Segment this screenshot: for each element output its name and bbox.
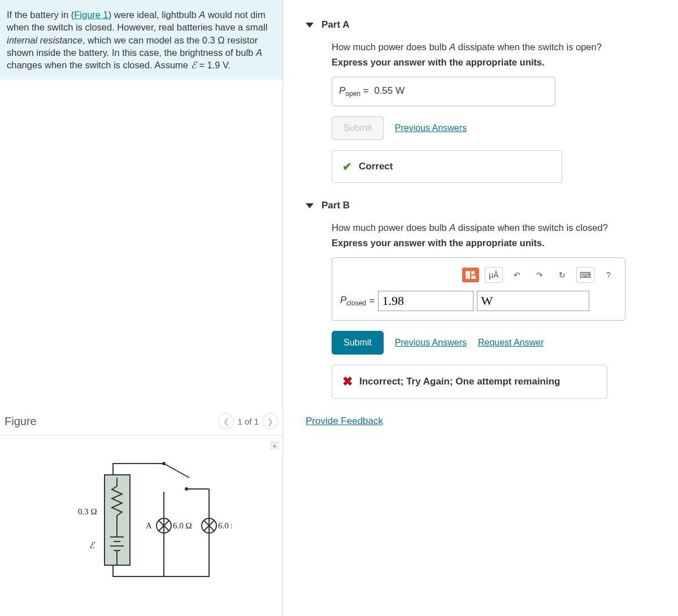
figure-page-indicator: 1 of 1 (237, 417, 259, 426)
part-b-question: How much power does bulb A dissipate whe… (332, 222, 661, 233)
part-b-submit-button[interactable]: Submit (332, 331, 384, 355)
part-a-previous-answers-link[interactable]: Previous Answers (395, 123, 467, 133)
part-b-value-input[interactable] (378, 291, 473, 311)
part-b-instruction: Express your answer with the appropriate… (332, 238, 661, 248)
check-icon: ✔ (342, 160, 352, 173)
chevron-left-icon: ❮ (223, 417, 229, 426)
part-a-status: ✔ Correct (332, 150, 562, 183)
part-a-answer-display: Popen = 0.55 W (332, 77, 555, 106)
part-a-title: Part A (321, 19, 349, 30)
part-a-header[interactable]: Part A (306, 19, 661, 30)
figure-next-button[interactable]: ❯ (262, 413, 278, 429)
problem-statement: If the battery in (Figure 1) were ideal,… (0, 0, 282, 80)
part-a-question: How much power does bulb A dissipate whe… (332, 42, 661, 53)
reset-icon[interactable]: ↻ (554, 268, 571, 282)
svg-text:0.3 Ω: 0.3 Ω (78, 507, 97, 516)
svg-text:A: A (146, 521, 152, 530)
keyboard-icon[interactable]: ⌨ (576, 267, 594, 283)
svg-rect-28 (471, 276, 476, 279)
help-button[interactable]: ? (600, 268, 617, 282)
part-b-variable-label: Pclosed (340, 295, 366, 307)
caret-down-icon (306, 23, 314, 28)
scroll-up-icon[interactable]: ▲ (270, 441, 279, 450)
provide-feedback-link[interactable]: Provide Feedback (306, 416, 661, 427)
part-b-title: Part B (321, 200, 350, 211)
units-button[interactable]: μÅ (485, 267, 503, 283)
part-b-status: ✖ Incorrect; Try Again; One attempt rema… (332, 365, 607, 399)
undo-icon[interactable]: ↶ (508, 268, 525, 282)
svg-text:6.0 Ω: 6.0 Ω (218, 521, 232, 530)
figure-canvas: ▲ (0, 435, 282, 616)
part-b-header[interactable]: Part B (306, 200, 661, 211)
part-a-instruction: Express your answer with the appropriate… (332, 57, 661, 68)
x-icon: ✖ (342, 374, 353, 389)
figure-link[interactable]: Figure 1 (74, 10, 108, 20)
svg-rect-26 (466, 271, 470, 279)
part-b-input-panel: μÅ ↶ ↷ ↻ ⌨ ? Pclosed = (332, 257, 625, 321)
svg-text:6.0 Ω: 6.0 Ω (173, 521, 192, 530)
part-b-previous-answers-link[interactable]: Previous Answers (395, 338, 467, 348)
chevron-right-icon: ❯ (267, 417, 273, 426)
svg-rect-27 (471, 271, 475, 274)
part-a-submit-button: Submit (332, 116, 384, 140)
part-b-unit-input[interactable] (477, 291, 589, 311)
svg-text:ℰ: ℰ (89, 541, 95, 550)
figure-prev-button[interactable]: ❮ (218, 413, 234, 429)
figure-title: Figure (5, 415, 37, 428)
redo-icon[interactable]: ↷ (531, 268, 548, 282)
svg-line-2 (164, 464, 189, 478)
caret-down-icon (306, 203, 314, 208)
template-icon[interactable] (462, 268, 479, 282)
part-b-request-answer-link[interactable]: Request Answer (478, 338, 544, 348)
